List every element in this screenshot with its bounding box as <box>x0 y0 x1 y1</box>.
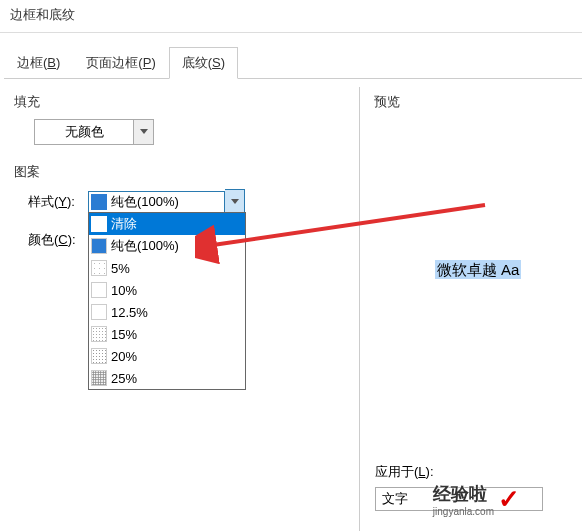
preview-label: 预览 <box>374 93 582 111</box>
dialog-title: 边框和底纹 <box>0 0 582 30</box>
watermark-textblock: 经验啦 jingyanla.com <box>433 482 494 517</box>
title-separator <box>0 32 582 33</box>
swatch-icon <box>91 326 107 342</box>
chevron-down-icon <box>140 129 148 135</box>
left-panel: 填充 无颜色 图案 样式(Y): 纯色(100%) <box>0 87 360 531</box>
dropdown-item-7[interactable]: 25% <box>89 367 245 389</box>
chevron-down-icon <box>231 199 239 205</box>
tab-bar: 边框(B) 页面边框(P) 底纹(S) <box>4 47 582 79</box>
preview-box: 微软卓越 Aa <box>374 261 582 280</box>
dropdown-item-label: 纯色(100%) <box>111 237 179 255</box>
dropdown-item-label: 清除 <box>111 215 137 233</box>
dropdown-item-label: 10% <box>111 283 137 298</box>
style-select-value: 纯色(100%) <box>111 193 179 211</box>
swatch-icon <box>91 304 107 320</box>
dropdown-item-label: 12.5% <box>111 305 148 320</box>
fill-row: 无颜色 <box>34 119 349 145</box>
style-select-wrap: 纯色(100%) 清除纯色(100%)5%10%12.5%15%20%25% <box>88 189 245 215</box>
apply-label: 应用于(L): <box>375 463 543 481</box>
style-select-display: 纯色(100%) <box>88 191 225 214</box>
watermark-text: 经验啦 <box>433 482 494 506</box>
preview-text: 微软卓越 Aa <box>435 260 522 279</box>
dropdown-item-6[interactable]: 20% <box>89 345 245 367</box>
tab-border[interactable]: 边框(B) <box>4 47 73 78</box>
fill-color-display: 无颜色 <box>34 119 134 145</box>
dropdown-item-1[interactable]: 纯色(100%) <box>89 235 245 257</box>
color-label: 颜色(C): <box>28 227 88 249</box>
dropdown-item-label: 15% <box>111 327 137 342</box>
tab-shading[interactable]: 底纹(S) <box>169 47 238 79</box>
watermark-sub: jingyanla.com <box>433 506 494 517</box>
dropdown-item-4[interactable]: 12.5% <box>89 301 245 323</box>
swatch-icon <box>91 238 107 254</box>
pattern-section-label: 图案 <box>14 163 349 181</box>
swatch-icon <box>91 282 107 298</box>
style-swatch-icon <box>91 194 107 210</box>
fill-section-label: 填充 <box>14 93 349 111</box>
fill-dropdown-button[interactable] <box>134 119 154 145</box>
style-dropdown-list: 清除纯色(100%)5%10%12.5%15%20%25% <box>88 212 246 390</box>
tab-page-border[interactable]: 页面边框(P) <box>73 47 168 78</box>
swatch-icon <box>91 260 107 276</box>
checkmark-icon: ✓ <box>498 484 520 515</box>
dropdown-item-label: 25% <box>111 371 137 386</box>
dropdown-item-2[interactable]: 5% <box>89 257 245 279</box>
dropdown-item-0[interactable]: 清除 <box>89 213 245 235</box>
style-label: 样式(Y): <box>28 189 88 211</box>
watermark: 经验啦 jingyanla.com ✓ <box>433 482 520 517</box>
swatch-icon <box>91 370 107 386</box>
dropdown-item-3[interactable]: 10% <box>89 279 245 301</box>
style-row: 样式(Y): 纯色(100%) 清除纯色(100%)5%10%12.5%15%2… <box>28 189 349 215</box>
dropdown-item-5[interactable]: 15% <box>89 323 245 345</box>
dropdown-item-label: 5% <box>111 261 130 276</box>
dropdown-item-label: 20% <box>111 349 137 364</box>
swatch-icon <box>91 216 107 232</box>
fill-color-select[interactable]: 无颜色 <box>34 119 154 145</box>
swatch-icon <box>91 348 107 364</box>
